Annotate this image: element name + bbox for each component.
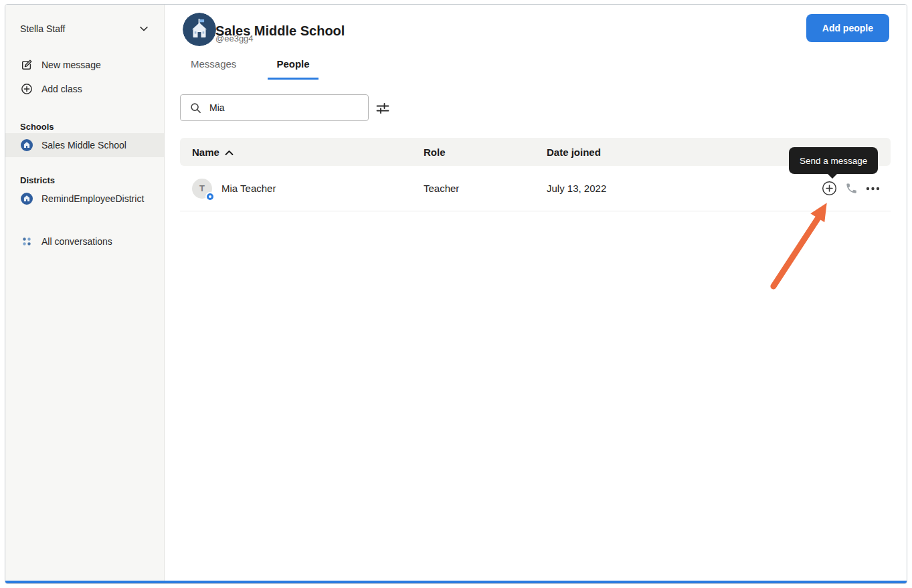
sidebar-item-all-conversations[interactable]: All conversations [5, 229, 164, 254]
main-content: Sales Middle School @ee3gg4 Add people M… [165, 5, 907, 581]
tab-people[interactable]: People [268, 54, 318, 80]
more-options-button[interactable] [866, 187, 880, 191]
member-avatar: T [192, 179, 212, 199]
sidebar: Stella Staff New message Add class S [5, 5, 165, 581]
conversations-grid-icon [20, 235, 33, 248]
add-people-button[interactable]: Add people [806, 14, 889, 42]
phone-button[interactable] [845, 182, 858, 195]
sidebar-item-add-class[interactable]: Add class [5, 77, 164, 101]
member-name: Mia Teacher [221, 183, 276, 194]
compose-icon [20, 58, 33, 72]
school-icon [20, 138, 33, 152]
sidebar-item-new-message[interactable]: New message [5, 53, 164, 77]
table-row[interactable]: T Mia Teacher Teacher July 13, 2022 [180, 166, 891, 211]
school-avatar [183, 13, 216, 46]
member-role: Teacher [424, 183, 547, 194]
sidebar-item-school[interactable]: Sales Middle School [5, 133, 164, 157]
bottom-accent-bar [5, 581, 907, 583]
sidebar-item-label: Sales Middle School [41, 140, 126, 151]
sidebar-item-label: New message [41, 60, 101, 70]
tab-bar: Messages People [182, 54, 318, 80]
column-header-role: Role [424, 146, 547, 158]
table-header-row: Name Role Date joined [180, 138, 891, 166]
column-header-name[interactable]: Name [192, 146, 424, 158]
filter-button[interactable] [374, 100, 391, 117]
account-name: Stella Staff [20, 23, 65, 34]
app-window: Stella Staff New message Add class S [5, 4, 907, 584]
sidebar-item-label: All conversations [41, 236, 112, 247]
search-input[interactable] [208, 102, 360, 114]
account-switcher[interactable]: Stella Staff [5, 5, 164, 53]
sidebar-item-label: RemindEmployeeDistrict [41, 193, 144, 204]
sidebar-item-label: Add class [41, 84, 82, 94]
chevron-down-icon [137, 22, 151, 35]
app-user-badge-icon [205, 192, 215, 201]
people-table: Name Role Date joined T Mia Teacher [180, 138, 891, 211]
cell-name: T Mia Teacher [192, 179, 424, 199]
plus-circle-icon [20, 82, 33, 96]
tab-messages[interactable]: Messages [182, 54, 245, 80]
sort-asc-icon [225, 146, 234, 158]
search-icon [189, 101, 202, 114]
district-icon [20, 192, 33, 205]
tooltip-send-a-message: Send a message [789, 147, 878, 174]
sidebar-item-district[interactable]: RemindEmployeeDistrict [5, 187, 164, 211]
sidebar-section-districts: Districts [5, 173, 164, 187]
search-box [180, 94, 369, 121]
member-date-joined: July 13, 2022 [547, 183, 822, 194]
sidebar-section-schools: Schools [5, 120, 164, 133]
page-handle: @ee3gg4 [215, 33, 254, 43]
